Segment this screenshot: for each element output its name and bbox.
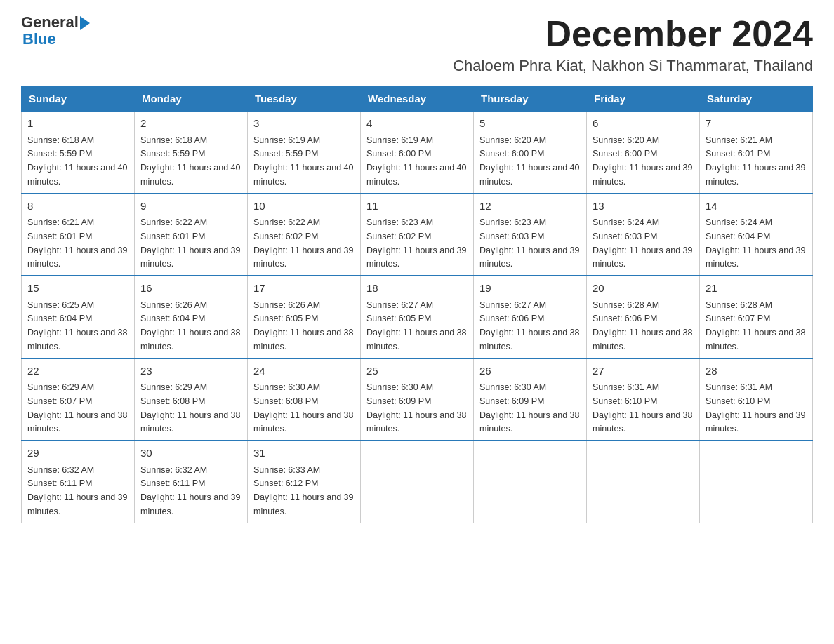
table-row: 30Sunrise: 6:32 AMSunset: 6:11 PMDayligh…: [135, 441, 248, 523]
table-row: 22Sunrise: 6:29 AMSunset: 6:07 PMDayligh…: [22, 358, 135, 441]
day-info: Sunrise: 6:30 AMSunset: 6:08 PMDaylight:…: [253, 382, 353, 434]
day-info: Sunrise: 6:23 AMSunset: 6:03 PMDaylight:…: [479, 217, 579, 269]
table-row: [361, 441, 474, 523]
day-number: 11: [366, 199, 468, 215]
table-row: 15Sunrise: 6:25 AMSunset: 6:04 PMDayligh…: [22, 276, 135, 358]
table-row: 23Sunrise: 6:29 AMSunset: 6:08 PMDayligh…: [135, 358, 248, 441]
day-info: Sunrise: 6:31 AMSunset: 6:10 PMDaylight:…: [593, 382, 692, 434]
day-info: Sunrise: 6:20 AMSunset: 6:00 PMDaylight:…: [479, 135, 579, 187]
day-info: Sunrise: 6:21 AMSunset: 6:01 PMDaylight:…: [706, 135, 805, 187]
table-row: [474, 441, 587, 523]
day-number: 10: [253, 199, 355, 215]
day-info: Sunrise: 6:30 AMSunset: 6:09 PMDaylight:…: [479, 382, 579, 434]
table-row: 21Sunrise: 6:28 AMSunset: 6:07 PMDayligh…: [700, 276, 813, 358]
table-row: 13Sunrise: 6:24 AMSunset: 6:03 PMDayligh…: [587, 194, 700, 276]
table-row: 2Sunrise: 6:18 AMSunset: 5:59 PMDaylight…: [135, 111, 248, 194]
table-row: 1Sunrise: 6:18 AMSunset: 5:59 PMDaylight…: [22, 111, 135, 194]
day-number: 21: [706, 281, 807, 297]
day-number: 15: [27, 281, 128, 297]
day-number: 9: [140, 199, 241, 215]
table-row: 7Sunrise: 6:21 AMSunset: 6:01 PMDaylight…: [700, 111, 813, 194]
logo-text-general: General: [21, 14, 79, 31]
day-number: 2: [140, 116, 241, 132]
day-info: Sunrise: 6:18 AMSunset: 5:59 PMDaylight:…: [140, 135, 240, 187]
table-row: 4Sunrise: 6:19 AMSunset: 6:00 PMDaylight…: [361, 111, 474, 194]
day-info: Sunrise: 6:32 AMSunset: 6:11 PMDaylight:…: [140, 465, 240, 516]
day-number: 31: [253, 445, 355, 462]
col-sunday: Sunday: [22, 87, 135, 112]
col-tuesday: Tuesday: [248, 87, 361, 112]
title-section: December 2024 Chaloem Phra Kiat, Nakhon …: [453, 14, 813, 75]
calendar-week-row: 22Sunrise: 6:29 AMSunset: 6:07 PMDayligh…: [22, 358, 813, 441]
table-row: 16Sunrise: 6:26 AMSunset: 6:04 PMDayligh…: [135, 276, 248, 358]
day-number: 24: [253, 363, 355, 380]
day-info: Sunrise: 6:22 AMSunset: 6:02 PMDaylight:…: [253, 217, 353, 269]
day-info: Sunrise: 6:30 AMSunset: 6:09 PMDaylight:…: [366, 382, 466, 434]
calendar-week-row: 8Sunrise: 6:21 AMSunset: 6:01 PMDaylight…: [22, 194, 813, 276]
day-number: 7: [706, 116, 807, 132]
table-row: 12Sunrise: 6:23 AMSunset: 6:03 PMDayligh…: [474, 194, 587, 276]
day-number: 18: [366, 281, 468, 297]
day-number: 3: [253, 116, 355, 132]
logo-text-blue: Blue: [22, 31, 90, 48]
day-number: 29: [27, 445, 128, 462]
logo: General Blue: [21, 14, 90, 48]
table-row: 29Sunrise: 6:32 AMSunset: 6:11 PMDayligh…: [22, 441, 135, 523]
calendar-week-row: 29Sunrise: 6:32 AMSunset: 6:11 PMDayligh…: [22, 441, 813, 523]
day-number: 1: [27, 116, 128, 132]
day-number: 27: [593, 363, 694, 380]
table-row: 25Sunrise: 6:30 AMSunset: 6:09 PMDayligh…: [361, 358, 474, 441]
table-row: [700, 441, 813, 523]
calendar-week-row: 15Sunrise: 6:25 AMSunset: 6:04 PMDayligh…: [22, 276, 813, 358]
day-number: 4: [366, 116, 468, 132]
day-number: 6: [593, 116, 694, 132]
col-friday: Friday: [587, 87, 700, 112]
day-number: 20: [593, 281, 694, 297]
table-row: 10Sunrise: 6:22 AMSunset: 6:02 PMDayligh…: [248, 194, 361, 276]
table-row: 6Sunrise: 6:20 AMSunset: 6:00 PMDaylight…: [587, 111, 700, 194]
day-number: 17: [253, 281, 355, 297]
day-info: Sunrise: 6:32 AMSunset: 6:11 PMDaylight:…: [27, 465, 127, 516]
table-row: 27Sunrise: 6:31 AMSunset: 6:10 PMDayligh…: [587, 358, 700, 441]
day-number: 19: [479, 281, 581, 297]
table-row: 19Sunrise: 6:27 AMSunset: 6:06 PMDayligh…: [474, 276, 587, 358]
day-info: Sunrise: 6:33 AMSunset: 6:12 PMDaylight:…: [253, 465, 353, 516]
day-info: Sunrise: 6:26 AMSunset: 6:04 PMDaylight:…: [140, 300, 240, 351]
day-info: Sunrise: 6:18 AMSunset: 5:59 PMDaylight:…: [27, 135, 127, 187]
day-info: Sunrise: 6:29 AMSunset: 6:07 PMDaylight:…: [27, 382, 127, 434]
day-number: 13: [593, 199, 694, 215]
page-header: General Blue December 2024 Chaloem Phra …: [21, 14, 813, 75]
col-wednesday: Wednesday: [361, 87, 474, 112]
table-row: 5Sunrise: 6:20 AMSunset: 6:00 PMDaylight…: [474, 111, 587, 194]
table-row: 20Sunrise: 6:28 AMSunset: 6:06 PMDayligh…: [587, 276, 700, 358]
day-info: Sunrise: 6:19 AMSunset: 5:59 PMDaylight:…: [253, 135, 353, 187]
location-subtitle: Chaloem Phra Kiat, Nakhon Si Thammarat, …: [453, 57, 813, 75]
day-info: Sunrise: 6:24 AMSunset: 6:04 PMDaylight:…: [706, 217, 805, 269]
calendar-week-row: 1Sunrise: 6:18 AMSunset: 5:59 PMDaylight…: [22, 111, 813, 194]
table-row: 14Sunrise: 6:24 AMSunset: 6:04 PMDayligh…: [700, 194, 813, 276]
day-info: Sunrise: 6:21 AMSunset: 6:01 PMDaylight:…: [27, 217, 127, 269]
day-info: Sunrise: 6:28 AMSunset: 6:07 PMDaylight:…: [706, 300, 805, 351]
day-number: 25: [366, 363, 468, 380]
day-info: Sunrise: 6:26 AMSunset: 6:05 PMDaylight:…: [253, 300, 353, 351]
calendar-table: Sunday Monday Tuesday Wednesday Thursday…: [21, 86, 813, 523]
table-row: 18Sunrise: 6:27 AMSunset: 6:05 PMDayligh…: [361, 276, 474, 358]
table-row: 9Sunrise: 6:22 AMSunset: 6:01 PMDaylight…: [135, 194, 248, 276]
day-info: Sunrise: 6:24 AMSunset: 6:03 PMDaylight:…: [593, 217, 692, 269]
table-row: 31Sunrise: 6:33 AMSunset: 6:12 PMDayligh…: [248, 441, 361, 523]
day-info: Sunrise: 6:20 AMSunset: 6:00 PMDaylight:…: [593, 135, 692, 187]
day-info: Sunrise: 6:28 AMSunset: 6:06 PMDaylight:…: [593, 300, 692, 351]
day-number: 23: [140, 363, 241, 380]
day-info: Sunrise: 6:25 AMSunset: 6:04 PMDaylight:…: [27, 300, 127, 351]
col-thursday: Thursday: [474, 87, 587, 112]
col-monday: Monday: [135, 87, 248, 112]
table-row: 26Sunrise: 6:30 AMSunset: 6:09 PMDayligh…: [474, 358, 587, 441]
table-row: 28Sunrise: 6:31 AMSunset: 6:10 PMDayligh…: [700, 358, 813, 441]
day-info: Sunrise: 6:19 AMSunset: 6:00 PMDaylight:…: [366, 135, 466, 187]
logo-arrow-icon: [80, 16, 90, 30]
col-saturday: Saturday: [700, 87, 813, 112]
day-info: Sunrise: 6:22 AMSunset: 6:01 PMDaylight:…: [140, 217, 240, 269]
day-info: Sunrise: 6:31 AMSunset: 6:10 PMDaylight:…: [706, 382, 805, 434]
table-row: 8Sunrise: 6:21 AMSunset: 6:01 PMDaylight…: [22, 194, 135, 276]
day-info: Sunrise: 6:29 AMSunset: 6:08 PMDaylight:…: [140, 382, 240, 434]
